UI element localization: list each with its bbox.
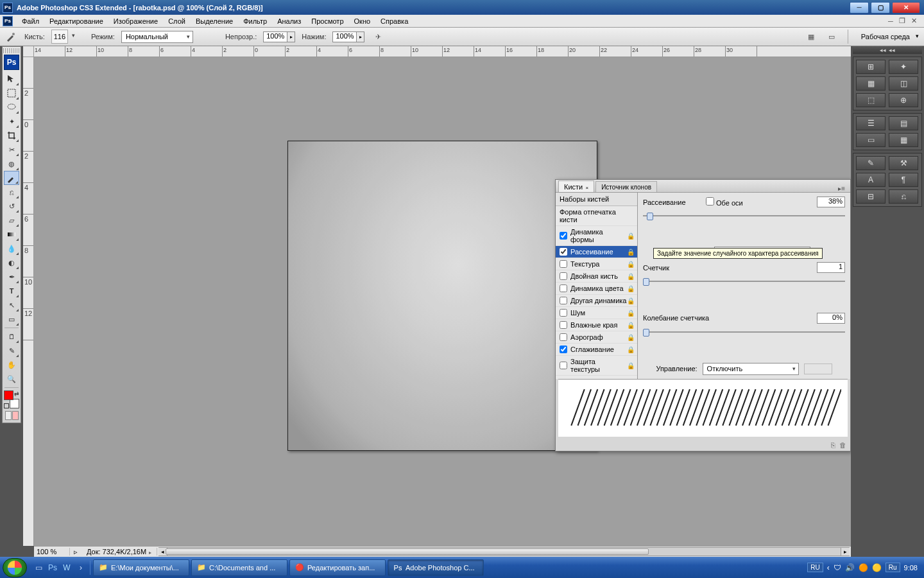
new-preset-icon[interactable]: ⎘ [831, 441, 835, 449]
styles-icon[interactable]: ⊕ [889, 93, 918, 107]
navigator-icon[interactable]: ⊞ [856, 60, 886, 74]
ql-desktop-icon[interactable]: ▭ [32, 561, 45, 575]
brush-setting-шум[interactable]: Шум🔒 [556, 307, 637, 319]
stamp-tool[interactable]: ⎌ [4, 185, 19, 199]
count-value[interactable]: 1 [817, 262, 845, 273]
taskbar-item[interactable]: 🔴Редактировать зап... [289, 559, 386, 576]
info-icon[interactable]: ▦ [856, 76, 886, 91]
blur-tool[interactable]: 💧 [4, 241, 19, 256]
notes-tool[interactable]: 🗒 [4, 329, 19, 344]
doc-info[interactable]: Док: 732,4K/2,16M ▸ [81, 548, 157, 556]
tray-shield-icon[interactable]: 🛡 [834, 563, 841, 572]
brush-setting-динамика-цвета[interactable]: Динамика цвета🔒 [556, 283, 637, 295]
brush-tool-icon[interactable] [4, 30, 18, 44]
brush-setting-защита-текстуры[interactable]: Защита текстуры🔒 [556, 356, 637, 376]
clock[interactable]: 9:08 [904, 564, 918, 572]
crop-tool[interactable] [4, 128, 19, 143]
actions-icon[interactable]: ▦ [889, 133, 918, 147]
doc-minimize-button[interactable]: ─ [886, 17, 896, 26]
zoom-field[interactable]: 100 % [34, 548, 70, 556]
document[interactable] [287, 141, 597, 451]
shape-tool[interactable]: ▭ [4, 312, 19, 326]
jitter-slider[interactable] [643, 328, 845, 359]
dock-grip[interactable]: ◂◂◂◂ [853, 46, 922, 54]
brushes-dock-icon[interactable]: ✎ [856, 156, 886, 170]
brush-setting-динамика-формы[interactable]: Динамика формы🔒 [556, 226, 637, 246]
ql-more-icon[interactable]: › [74, 561, 87, 575]
workspace-dropdown[interactable]: Рабочая среда [857, 33, 920, 40]
color-swatches[interactable]: ⇄ [4, 390, 19, 408]
doc-restore-button[interactable]: ❐ [897, 17, 907, 26]
taskbar-item[interactable]: PsAdobe Photoshop C... [388, 559, 484, 576]
slice-tool[interactable]: ✂ [4, 143, 19, 157]
color-icon[interactable]: ◫ [889, 76, 918, 91]
wand-tool[interactable]: ✦ [4, 114, 19, 128]
toolbox-grip[interactable] [3, 48, 20, 53]
hand-tool[interactable]: ✋ [4, 358, 19, 372]
tab-clone-source[interactable]: Источник клонов [595, 181, 657, 192]
pen-tool[interactable]: ✒ [4, 270, 19, 284]
brush-tool[interactable] [4, 171, 19, 185]
layer-comps-icon[interactable]: ⊟ [856, 189, 886, 204]
delete-preset-icon[interactable]: 🗑 [839, 441, 846, 449]
swatches-icon[interactable]: ⬚ [856, 93, 886, 107]
menu-edit[interactable]: Редактирование [44, 16, 108, 26]
type-tool[interactable]: T [4, 284, 19, 298]
both-axes-checkbox[interactable]: Обе оси [706, 197, 743, 207]
swap-colors-icon[interactable]: ⇄ [14, 390, 19, 397]
menu-layer[interactable]: Слой [163, 16, 191, 26]
scatter-value[interactable]: 38% [817, 197, 845, 207]
zoom-tool[interactable]: 🔍 [4, 372, 19, 386]
scroll-thumb[interactable] [166, 548, 648, 555]
default-colors-icon[interactable] [4, 403, 9, 408]
lasso-tool[interactable] [4, 100, 19, 114]
menu-select[interactable]: Выделение [191, 16, 238, 26]
brush-setting-текстура[interactable]: Текстура🔒 [556, 258, 637, 270]
tray-ic4[interactable]: 🟡 [872, 563, 882, 572]
jitter-value[interactable]: 0% [817, 313, 845, 324]
bg-color[interactable] [10, 399, 19, 408]
tray-sound-icon[interactable]: 🔊 [845, 563, 855, 572]
lang-indicator-1[interactable]: RU [807, 563, 823, 572]
menu-file[interactable]: Файл [17, 16, 44, 26]
jitter-control-dropdown[interactable]: Отключить [703, 363, 799, 375]
menu-help[interactable]: Справка [375, 16, 413, 26]
marquee-tool[interactable] [4, 86, 19, 100]
tray-chevron-icon[interactable]: ‹ [827, 563, 830, 572]
menu-view[interactable]: Просмотр [306, 16, 348, 26]
ruler-vertical[interactable]: 2024681012 [23, 57, 34, 546]
eyedropper-tool[interactable]: ✎ [4, 344, 19, 358]
clone-icon[interactable]: ⎌ [889, 189, 918, 204]
brush-setting-другая-динамика[interactable]: Другая динамика🔒 [556, 295, 637, 307]
panel-menu-icon[interactable]: ▸≡ [835, 185, 848, 192]
channels-icon[interactable]: ▤ [889, 116, 918, 130]
flow-input[interactable]: 100%▸ [332, 31, 364, 42]
brush-tip-shape[interactable]: Форма отпечатка кисти [556, 206, 637, 226]
brush-setting-аэрограф[interactable]: Аэрограф🔒 [556, 331, 637, 344]
tab-brushes[interactable]: Кисти × [558, 180, 594, 192]
character-icon[interactable]: A [856, 173, 886, 187]
paths-icon[interactable]: ▭ [856, 133, 886, 147]
h-scrollbar[interactable]: ◂ ▸ [158, 547, 850, 556]
ruler-horizontal[interactable]: 1412108642024681012141618202224262830 [34, 46, 851, 57]
brush-setting-рассеивание[interactable]: Рассеивание🔒 [556, 246, 637, 258]
brush-preset-picker[interactable]: 116 [51, 30, 68, 44]
minimize-button[interactable]: ─ [850, 2, 869, 13]
path-select-tool[interactable]: ↖ [4, 298, 19, 312]
quick-mask-toggle[interactable] [4, 410, 19, 421]
brush-setting-сглаживание[interactable]: Сглаживание🔒 [556, 344, 637, 356]
mode-dropdown[interactable]: Нормальный [121, 31, 193, 43]
canvas-background[interactable]: Кисти × Источник клонов ▸≡ Наборы кистей… [34, 57, 851, 546]
histogram-icon[interactable]: ✦ [889, 60, 918, 74]
taskbar-item[interactable]: 📁C:\Documents and ... [191, 559, 287, 576]
eraser-tool[interactable]: ▱ [4, 213, 19, 227]
menu-image[interactable]: Изображение [108, 16, 163, 26]
maximize-button[interactable]: ▢ [871, 2, 890, 13]
count-slider[interactable] [643, 277, 845, 308]
ql-ps-icon[interactable]: Ps [46, 561, 59, 575]
taskbar-item[interactable]: 📁E:\Мои документы\... [93, 559, 189, 576]
ql-word-icon[interactable]: W [60, 561, 73, 575]
airbrush-icon[interactable]: ✈ [371, 30, 385, 43]
doc-close-button[interactable]: ✕ [909, 17, 919, 26]
layers-icon[interactable]: ☰ [856, 116, 886, 130]
